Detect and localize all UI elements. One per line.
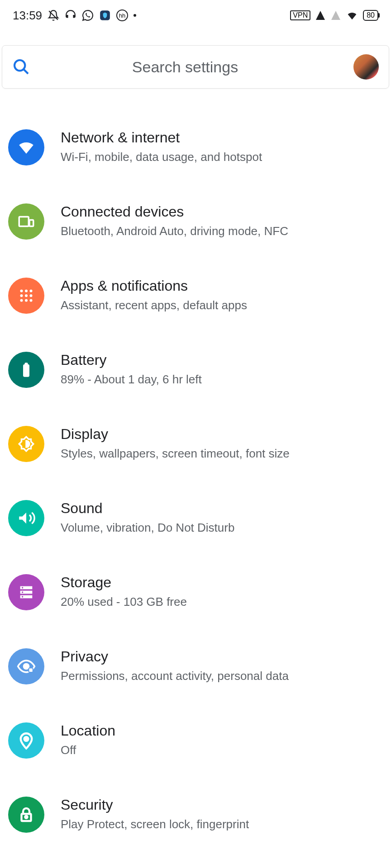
item-subtitle: Bluetooth, Android Auto, driving mode, N… <box>61 223 383 239</box>
search-bar[interactable]: Search settings <box>2 45 389 89</box>
svg-rect-25 <box>29 668 33 672</box>
battery-circle-icon <box>8 352 44 388</box>
svg-point-21 <box>22 587 23 588</box>
search-placeholder: Search settings <box>17 58 353 76</box>
headphones-icon <box>65 9 76 21</box>
item-text: Apps & notifications Assistant, recent a… <box>61 278 383 313</box>
status-bar: 13:59 hh <box>0 0 391 31</box>
svg-point-14 <box>30 299 33 302</box>
apps-circle-icon <box>8 278 44 314</box>
item-title: Connected devices <box>61 203 383 220</box>
item-title: Apps & notifications <box>61 278 383 294</box>
signal-icon-1 <box>315 10 326 21</box>
svg-point-12 <box>20 299 23 302</box>
item-subtitle: Permissions, account activity, personal … <box>61 668 383 684</box>
settings-item-network[interactable]: Network & internet Wi-Fi, mobile, data u… <box>0 110 391 184</box>
item-subtitle: Wi-Fi, mobile, data usage, and hotspot <box>61 149 383 165</box>
profile-avatar[interactable] <box>353 54 379 80</box>
svg-point-24 <box>24 664 29 669</box>
item-title: Security <box>61 797 383 813</box>
location-circle-icon <box>8 722 44 759</box>
svg-point-6 <box>20 290 23 292</box>
hh-icon: hh <box>116 9 128 21</box>
item-subtitle: Volume, vibration, Do Not Disturb <box>61 519 383 536</box>
item-subtitle: 89% - About 1 day, 6 hr left <box>61 371 383 387</box>
settings-item-security[interactable]: Security Play Protect, screen lock, fing… <box>0 778 391 852</box>
settings-item-battery[interactable]: Battery 89% - About 1 day, 6 hr left <box>0 333 391 407</box>
settings-item-devices[interactable]: Connected devices Bluetooth, Android Aut… <box>0 184 391 259</box>
whatsapp-icon <box>82 9 94 21</box>
brightness-circle-icon <box>8 426 44 462</box>
item-subtitle: Play Protect, screen lock, fingerprint <box>61 816 383 832</box>
item-text: Storage 20% used - 103 GB free <box>61 574 383 610</box>
item-title: Display <box>61 426 383 443</box>
shield-app-icon <box>99 9 111 21</box>
item-text: Network & internet Wi-Fi, mobile, data u… <box>61 129 383 165</box>
svg-point-10 <box>25 294 28 297</box>
svg-rect-4 <box>19 217 29 226</box>
dot-icon <box>134 14 136 17</box>
status-left: 13:59 hh <box>13 9 136 23</box>
settings-item-apps[interactable]: Apps & notifications Assistant, recent a… <box>0 259 391 333</box>
item-title: Network & internet <box>61 129 383 146</box>
item-text: Security Play Protect, screen lock, fing… <box>61 797 383 832</box>
svg-point-23 <box>22 596 23 597</box>
item-text: Privacy Permissions, account activity, p… <box>61 648 383 684</box>
item-text: Battery 89% - About 1 day, 6 hr left <box>61 352 383 387</box>
settings-item-sound[interactable]: Sound Volume, vibration, Do Not Disturb <box>0 481 391 555</box>
devices-circle-icon <box>8 203 44 240</box>
item-text: Location Off <box>61 722 383 758</box>
settings-item-storage[interactable]: Storage 20% used - 103 GB free <box>0 555 391 629</box>
item-subtitle: 20% used - 103 GB free <box>61 594 383 610</box>
settings-item-display[interactable]: Display Styles, wallpapers, screen timeo… <box>0 407 391 481</box>
wifi-circle-icon <box>8 129 44 165</box>
battery-icon: 80 <box>363 10 378 21</box>
item-title: Sound <box>61 500 383 517</box>
storage-circle-icon <box>8 574 44 610</box>
svg-point-8 <box>30 290 33 292</box>
sound-circle-icon <box>8 500 44 536</box>
lock-circle-icon <box>8 797 44 833</box>
svg-rect-16 <box>25 363 28 365</box>
item-text: Connected devices Bluetooth, Android Aut… <box>61 203 383 239</box>
settings-item-location[interactable]: Location Off <box>0 703 391 778</box>
status-right: VPN 80 <box>290 9 378 22</box>
svg-point-11 <box>30 294 33 297</box>
settings-item-privacy[interactable]: Privacy Permissions, account activity, p… <box>0 629 391 703</box>
wifi-icon <box>346 9 358 22</box>
status-time: 13:59 <box>13 9 42 23</box>
vpn-icon: VPN <box>290 10 310 20</box>
item-title: Storage <box>61 574 383 591</box>
svg-point-22 <box>22 591 23 593</box>
svg-rect-5 <box>29 220 33 226</box>
svg-point-7 <box>25 290 28 292</box>
svg-point-13 <box>25 299 28 302</box>
svg-rect-15 <box>23 364 29 377</box>
item-title: Location <box>61 722 383 739</box>
privacy-circle-icon <box>8 648 44 684</box>
item-text: Sound Volume, vibration, Do Not Disturb <box>61 500 383 536</box>
svg-point-9 <box>20 294 23 297</box>
item-text: Display Styles, wallpapers, screen timeo… <box>61 426 383 462</box>
item-title: Battery <box>61 352 383 368</box>
item-title: Privacy <box>61 648 383 665</box>
svg-point-28 <box>25 816 27 818</box>
signal-icon-2 <box>330 10 341 21</box>
item-subtitle: Assistant, recent apps, default apps <box>61 297 383 313</box>
item-subtitle: Off <box>61 742 383 758</box>
svg-point-26 <box>24 737 29 741</box>
bell-mute-icon <box>48 9 59 21</box>
settings-list: Network & internet Wi-Fi, mobile, data u… <box>0 89 391 852</box>
item-subtitle: Styles, wallpapers, screen timeout, font… <box>61 445 383 462</box>
